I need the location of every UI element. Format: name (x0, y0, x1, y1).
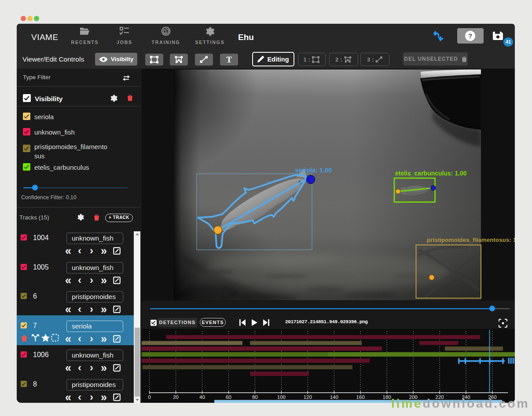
svg-text:0: 0 (148, 394, 150, 400)
svg-text:seriola: 1.00: seriola: 1.00 (295, 167, 332, 174)
svg-text:120: 120 (304, 394, 312, 400)
svg-text:40: 40 (199, 394, 205, 400)
svg-text:60: 60 (226, 394, 231, 400)
svg-text:80: 80 (252, 394, 258, 400)
svg-text:140: 140 (330, 394, 338, 400)
svg-text:etelis_carbunculus: 1.00: etelis_carbunculus: 1.00 (395, 170, 467, 177)
svg-text:pristipomoides_filamentosus: 1: pristipomoides_filamentosus: 1.00 (427, 237, 515, 243)
svg-text:160: 160 (356, 394, 365, 400)
svg-text:100: 100 (277, 394, 286, 400)
svg-text:20: 20 (173, 394, 179, 400)
svg-text:180: 180 (383, 394, 391, 400)
